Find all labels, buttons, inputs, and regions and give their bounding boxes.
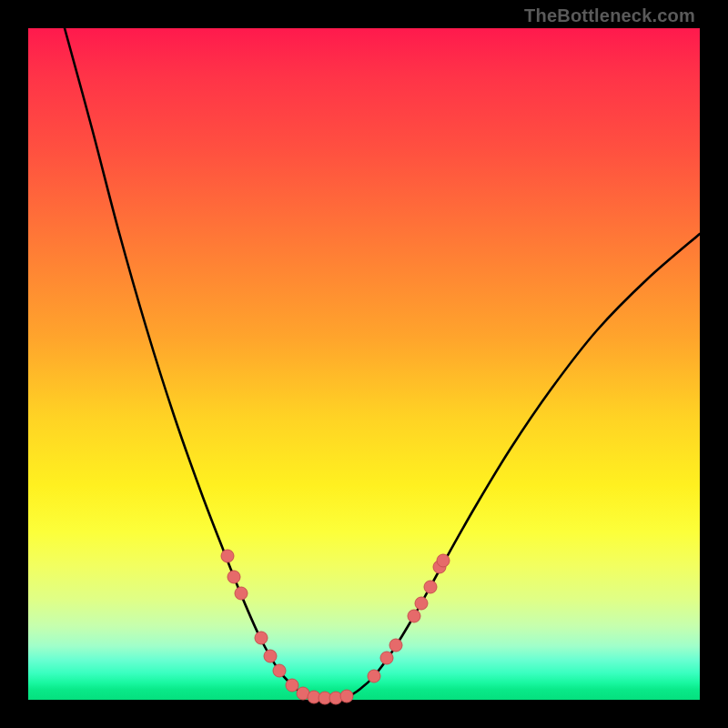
curve-marker [340,690,353,703]
curve-marker [235,587,248,600]
bottleneck-curve [65,28,700,698]
curve-marker [286,679,298,692]
curve-marker [415,597,428,610]
curve-marker [221,550,234,562]
curve-marker [424,581,437,593]
chart-frame: TheBottleneck.com [0,0,728,728]
curve-marker [389,639,402,652]
curve-marker [255,632,268,644]
curve-marker [228,571,240,583]
curve-marker [264,650,277,662]
curve-marker [437,554,450,567]
plot-area [28,28,700,700]
curve-marker [273,664,286,677]
curve-marker [408,610,420,622]
curve-marker [368,670,380,682]
curve-svg [28,28,700,700]
curve-marker [380,652,393,664]
watermark-text: TheBottleneck.com [524,5,695,26]
